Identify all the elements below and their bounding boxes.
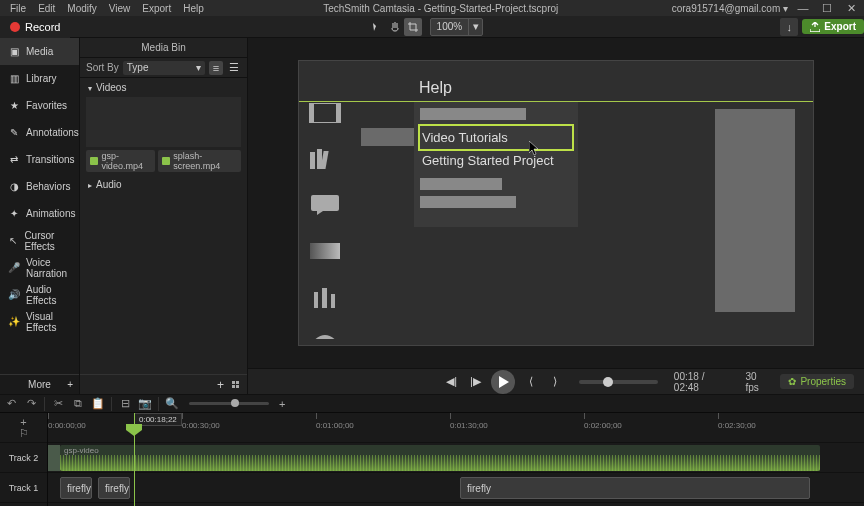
view-grid-button[interactable] [232, 381, 239, 388]
timeline-track[interactable]: gsp-video [48, 443, 864, 473]
media-file[interactable]: gsp-video.mp4 [86, 150, 155, 172]
sidebar-item-label: Cursor Effects [24, 230, 79, 252]
plus-icon: + [67, 379, 73, 390]
step-forward-button[interactable]: ⟨ [523, 374, 539, 390]
download-button[interactable]: ↓ [780, 18, 798, 36]
timeline-tracks[interactable]: 0:00:00;00 0:00:30;00 0:01:00;00 0:01:30… [48, 413, 864, 506]
maximize-icon[interactable]: ☐ [818, 1, 836, 15]
export-icon [810, 22, 820, 32]
sidebar-item-favorites[interactable]: ★ Favorites [0, 92, 79, 119]
sidebar-item-label: Favorites [26, 100, 67, 111]
sidebar-more-button[interactable]: More + [0, 374, 79, 394]
split-button[interactable]: ⊟ [118, 397, 132, 411]
view-list-button[interactable]: ☰ [227, 61, 241, 75]
sidebar-item-annotations[interactable]: ✎ Annotations [0, 119, 79, 146]
canvas-tools [368, 18, 422, 36]
video-clip[interactable]: gsp-video [60, 445, 820, 471]
zoom-to-fit-button[interactable]: 🔍 [165, 397, 179, 411]
bottles-icon [309, 285, 341, 309]
sidebar-item-audio-effects[interactable]: 🔊 Audio Effects [0, 281, 79, 308]
visual-icon: ✨ [8, 316, 20, 328]
step-back-button[interactable]: |▶ [468, 374, 484, 390]
sidebar-item-label: Media [26, 46, 53, 57]
folder-audio[interactable]: ▸Audio [80, 175, 247, 194]
zoom-dropdown[interactable]: 100% ▾ [430, 18, 484, 36]
menu-export[interactable]: Export [136, 3, 177, 14]
sidebar-item-library[interactable]: ▥ Library [0, 65, 79, 92]
properties-button[interactable]: ✿ Properties [780, 374, 854, 389]
track-header[interactable]: Track 1 [0, 473, 47, 503]
cursor-icon: ↖ [8, 235, 18, 247]
sidebar-item-media[interactable]: ▣ Media [0, 38, 79, 65]
play-icon [497, 376, 509, 388]
crop-tool-button[interactable] [404, 18, 422, 36]
media-bin-footer: + [80, 374, 247, 394]
media-icon: ▣ [8, 46, 20, 58]
annotation-clip[interactable]: firefly [60, 477, 92, 499]
audio-waveform [60, 455, 820, 471]
playback-speed-slider[interactable] [579, 380, 658, 384]
camera-button[interactable]: 📷 [138, 397, 152, 411]
playhead-handle[interactable] [126, 424, 142, 436]
marker-button[interactable]: ⚐ [17, 428, 31, 438]
sort-type-dropdown[interactable]: Type ▾ [123, 61, 205, 75]
timeline-zoom-slider[interactable] [189, 402, 269, 405]
close-icon[interactable]: ✕ [842, 1, 860, 15]
edit-tool-button[interactable] [368, 18, 386, 36]
menu-file[interactable]: File [4, 3, 32, 14]
view-details-button[interactable]: ≡ [209, 61, 223, 75]
annotation-clip[interactable]: firefly [98, 477, 130, 499]
help-menu-video-tutorials[interactable]: Video Tutorials [420, 126, 572, 149]
sidebar-item-label: Library [26, 73, 57, 84]
slider-thumb[interactable] [603, 377, 613, 387]
chevron-down-icon: ▾ [468, 19, 482, 35]
sidebar-item-transitions[interactable]: ⇄ Transitions [0, 146, 79, 173]
prev-frame-button[interactable]: ◀| [444, 374, 460, 390]
sidebar-item-behaviors[interactable]: ◑ Behaviors [0, 173, 79, 200]
undo-button[interactable]: ↶ [4, 397, 18, 411]
sidebar-item-voice-narration[interactable]: 🎤 Voice Narration [0, 254, 79, 281]
add-track-button[interactable]: + [17, 417, 31, 427]
sidebar-item-cursor-effects[interactable]: ↖ Cursor Effects [0, 227, 79, 254]
svg-rect-6 [311, 195, 339, 211]
track-header[interactable]: Track 2 [0, 443, 47, 473]
add-media-button[interactable]: + [217, 378, 224, 392]
redo-button[interactable]: ↷ [24, 397, 38, 411]
menu-edit[interactable]: Edit [32, 3, 61, 14]
shape-icon [309, 331, 341, 339]
sidebar-item-animations[interactable]: ✦ Animations [0, 200, 79, 227]
menu-view[interactable]: View [103, 3, 137, 14]
pan-tool-button[interactable] [386, 18, 404, 36]
timeline-ruler[interactable]: 0:00:00;00 0:00:30;00 0:01:00;00 0:01:30… [48, 413, 864, 443]
sidebar-item-visual-effects[interactable]: ✨ Visual Effects [0, 308, 79, 335]
timeline-track[interactable]: firefly firefly firefly [48, 473, 864, 503]
audio-icon: 🔊 [8, 289, 20, 301]
zoom-in-button[interactable]: + [279, 398, 285, 410]
cut-button[interactable]: ✂ [51, 397, 65, 411]
menu-help[interactable]: Help [177, 3, 210, 14]
next-frame-button[interactable]: ⟩ [547, 374, 563, 390]
sort-type-value: Type [127, 62, 149, 73]
help-title: Help [419, 79, 452, 97]
copy-button[interactable]: ⧉ [71, 397, 85, 411]
behaviors-icon: ◑ [8, 181, 20, 193]
playback-fps[interactable]: 30 fps [746, 371, 773, 393]
sidebar-item-label: Visual Effects [26, 311, 79, 333]
clip-stub[interactable] [48, 445, 60, 471]
play-button[interactable] [491, 370, 515, 394]
annotation-clip[interactable]: firefly [460, 477, 810, 499]
user-email[interactable]: cora915714@gmail.com ▾ [672, 3, 788, 14]
zoom-value: 100% [431, 21, 469, 32]
media-thumbnail[interactable] [86, 97, 241, 147]
menu-modify[interactable]: Modify [61, 3, 102, 14]
export-button[interactable]: Export [802, 19, 864, 34]
video-file-icon [162, 157, 170, 165]
record-button[interactable]: Record [0, 16, 70, 38]
folder-videos[interactable]: ▾Videos [80, 78, 247, 97]
help-menu-getting-started[interactable]: Getting Started Project [420, 149, 572, 172]
slider-thumb[interactable] [231, 399, 239, 407]
media-file[interactable]: splash-screen.mp4 [158, 150, 241, 172]
minimize-icon[interactable]: — [794, 1, 812, 15]
paste-button[interactable]: 📋 [91, 397, 105, 411]
canvas[interactable]: Help Video Tutorials Getting Started Pro… [298, 60, 814, 346]
